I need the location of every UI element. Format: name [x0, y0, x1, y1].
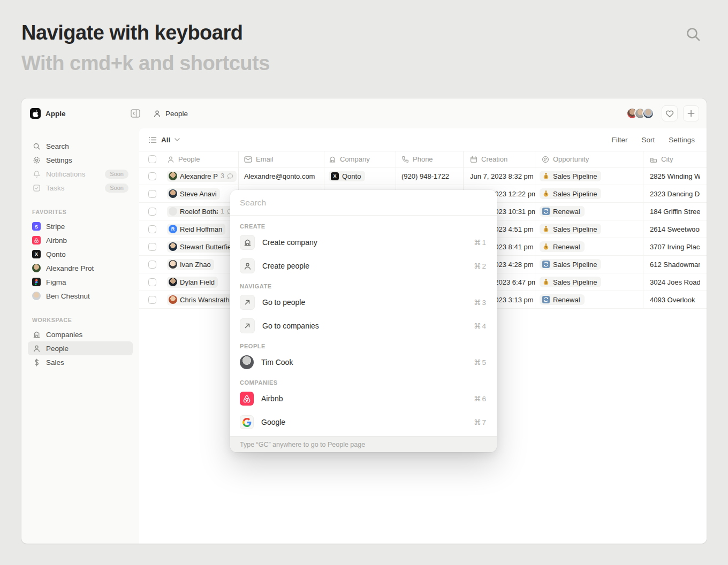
- row-checkbox[interactable]: [148, 172, 156, 180]
- opportunity-chip[interactable]: $Sales Pipeline: [540, 277, 601, 287]
- breadcrumb[interactable]: People: [140, 110, 626, 118]
- person-chip[interactable]: RReid Hoffman: [167, 224, 225, 235]
- palette-item-google[interactable]: Google ⌘7: [240, 410, 487, 434]
- view-selector[interactable]: All: [149, 136, 180, 144]
- sidebar-collapse-icon[interactable]: [131, 109, 140, 118]
- row-checkbox[interactable]: [148, 296, 156, 304]
- opportunity-chip[interactable]: $Sales Pipeline: [540, 224, 601, 234]
- city-cell[interactable]: 2323 Dancing Dove: [650, 190, 700, 198]
- sidebar-item-label: Alexandre Prot: [46, 264, 128, 272]
- filter-button[interactable]: Filter: [611, 136, 627, 144]
- target-icon: [542, 156, 549, 163]
- building-icon: [240, 235, 255, 250]
- airbnb-logo-icon: [240, 392, 254, 406]
- collaborator-avatars[interactable]: [626, 108, 654, 119]
- city-cell[interactable]: 2825 Winding Way: [650, 172, 700, 180]
- city-cell[interactable]: 3024 Joes Road: [650, 278, 700, 286]
- phone-icon: [401, 156, 409, 163]
- avatar: [169, 260, 177, 269]
- sidebar-item-figma[interactable]: Figma: [28, 275, 133, 289]
- heart-icon: [665, 110, 674, 118]
- avatar: [169, 207, 177, 216]
- sidebar-item-qonto[interactable]: X Qonto: [28, 247, 133, 261]
- workspace-switcher[interactable]: Apple: [21, 108, 131, 119]
- row-checkbox[interactable]: [148, 278, 156, 286]
- person-chip[interactable]: Chris Wanstrath: [167, 294, 233, 306]
- table-row[interactable]: Alexandre Prot3 Alexandre@qonto.com XQon…: [139, 167, 707, 185]
- palette-item-create-people[interactable]: Create people ⌘2: [240, 254, 487, 278]
- opportunity-chip[interactable]: $Renewal: [540, 294, 585, 305]
- sidebar-item-notifications: Notifications Soon: [28, 167, 133, 181]
- column-header-opportunity[interactable]: Opportunity: [540, 155, 589, 163]
- settings-button[interactable]: Settings: [669, 136, 695, 144]
- row-checkbox[interactable]: [148, 243, 156, 251]
- city-cell[interactable]: 4093 Overlook: [650, 296, 695, 304]
- city-cell[interactable]: 184 Griffin Street: [650, 208, 700, 216]
- city-cell[interactable]: 612 Shadowman: [650, 261, 700, 269]
- city-cell[interactable]: 3707 Irving Place: [650, 243, 700, 251]
- person-chip[interactable]: Stewart Butterfield: [167, 241, 237, 253]
- palette-search-input[interactable]: [240, 198, 487, 208]
- row-checkbox[interactable]: [148, 225, 156, 233]
- avatar: [169, 242, 177, 251]
- opportunity-chip[interactable]: $Sales Pipeline: [540, 188, 601, 199]
- list-view-icon: [149, 136, 157, 143]
- row-checkbox[interactable]: [148, 190, 156, 198]
- company-chip[interactable]: XQonto: [329, 171, 365, 181]
- qonto-logo-icon: X: [331, 172, 339, 180]
- opportunity-chip[interactable]: $Sales Pipeline: [540, 259, 601, 270]
- column-header-company[interactable]: Company: [329, 155, 370, 163]
- sidebar-item-settings[interactable]: Settings: [28, 153, 133, 167]
- phone-cell[interactable]: (920) 948-1722: [401, 172, 449, 180]
- moneybag-icon: $: [542, 190, 550, 197]
- sidebar-item-label: Settings: [46, 156, 128, 164]
- sidebar-item-sales[interactable]: Sales: [28, 355, 133, 369]
- sidebar-item-search[interactable]: Search: [28, 139, 133, 153]
- palette-item-go-to-people[interactable]: Go to people ⌘3: [240, 291, 487, 314]
- sidebar-item-label: Qonto: [46, 250, 128, 258]
- column-header-creation[interactable]: Creation: [470, 155, 507, 163]
- person-chip[interactable]: Steve Anavi: [167, 188, 220, 200]
- opportunity-chip[interactable]: $Sales Pipeline: [540, 171, 601, 181]
- sidebar-item-ben-chestnut[interactable]: Ben Chestnut: [28, 289, 133, 303]
- search-icon[interactable]: [684, 25, 703, 44]
- shortcut-badge: ⌘4: [474, 322, 487, 330]
- sidebar-item-people[interactable]: People: [28, 341, 133, 355]
- person-chip[interactable]: Ivan Zhao: [167, 259, 214, 270]
- sidebar-item-airbnb[interactable]: Airbnb: [28, 233, 133, 247]
- person-icon: [153, 110, 161, 118]
- email-cell[interactable]: Alexandre@qonto.com: [244, 172, 315, 180]
- sidebar-item-companies[interactable]: Companies: [28, 327, 133, 341]
- add-button[interactable]: [683, 105, 699, 121]
- palette-item-airbnb[interactable]: Airbnb ⌘6: [240, 387, 487, 410]
- palette-search[interactable]: [230, 190, 497, 216]
- avatar: [32, 292, 41, 300]
- figma-logo-icon: [32, 278, 41, 286]
- column-header-email[interactable]: Email: [244, 155, 274, 163]
- sidebar-item-label: Sales: [46, 358, 128, 367]
- palette-item-create-company[interactable]: Create company ⌘1: [240, 231, 487, 254]
- favorite-button[interactable]: [662, 105, 678, 121]
- person-chip[interactable]: Roelof Botha1: [167, 206, 237, 217]
- avatar: [169, 278, 177, 286]
- column-header-people[interactable]: People: [167, 155, 200, 163]
- column-header-city[interactable]: City: [650, 155, 673, 163]
- row-checkbox[interactable]: [148, 261, 156, 269]
- person-chip[interactable]: Alexandre Prot3: [167, 171, 237, 182]
- opportunity-chip[interactable]: $Renewal: [540, 206, 585, 217]
- column-header-phone[interactable]: Phone: [401, 155, 433, 163]
- person-chip[interactable]: Dylan Field: [167, 277, 218, 288]
- palette-item-tim-cook[interactable]: Tim Cook ⌘5: [240, 350, 487, 374]
- sidebar-item-stripe[interactable]: S Stripe: [28, 219, 133, 233]
- opportunity-chip[interactable]: $Renewal: [540, 241, 585, 252]
- sidebar-item-alexandre-prot[interactable]: Alexandre Prot: [28, 261, 133, 275]
- city-cell[interactable]: 2614 Sweetwood: [650, 225, 700, 233]
- comment-icon: [227, 173, 233, 179]
- renewal-icon: [542, 208, 550, 215]
- creation-cell[interactable]: Jun 7, 2023 8:32 pm: [470, 172, 534, 180]
- row-checkbox[interactable]: [148, 208, 156, 216]
- person-icon: [32, 344, 41, 353]
- select-all-checkbox[interactable]: [148, 155, 156, 163]
- palette-item-go-to-companies[interactable]: Go to companies ⌘4: [240, 314, 487, 338]
- sort-button[interactable]: Sort: [641, 136, 655, 144]
